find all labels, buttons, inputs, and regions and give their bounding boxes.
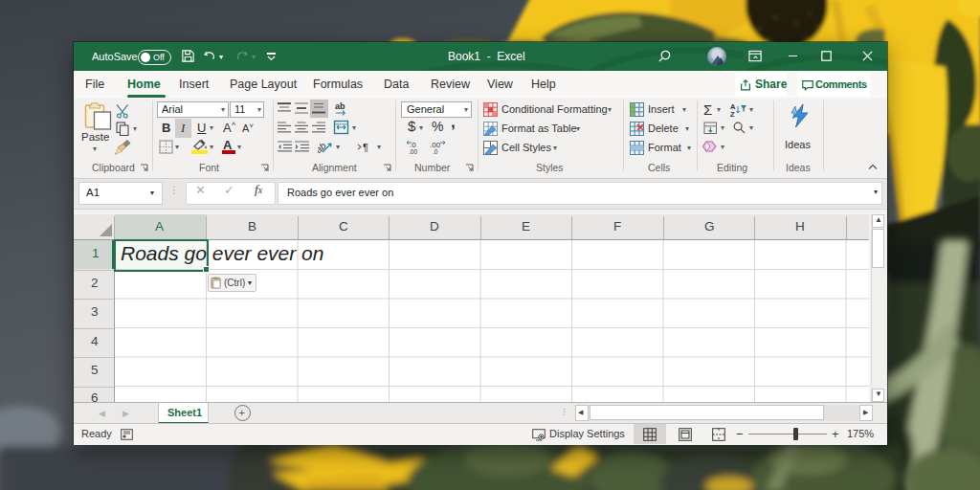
svg-text:.0: .0 (433, 148, 438, 155)
svg-text:ab: ab (335, 101, 345, 111)
svg-text:Z: Z (730, 110, 735, 118)
svg-text:.00: .00 (409, 148, 417, 155)
svg-text:¶: ¶ (363, 142, 368, 153)
